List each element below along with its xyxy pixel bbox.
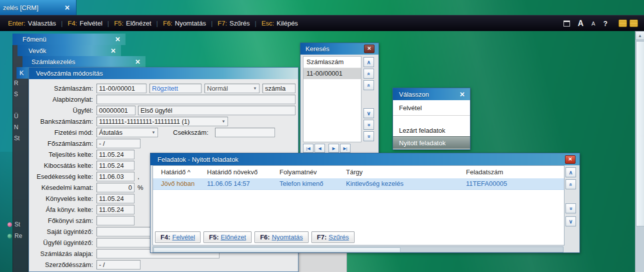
fokonyvi-szam-input[interactable] (96, 216, 134, 225)
last-page-button[interactable]: ▶| (340, 144, 350, 153)
first-page-button[interactable]: |◀ (303, 144, 314, 153)
separator: | (211, 20, 212, 27)
close-icon[interactable]: ✕ (364, 45, 374, 53)
toolbar-item-f4[interactable]: F4:Felvétel (68, 20, 102, 27)
close-icon[interactable]: ✕ (135, 58, 140, 66)
field-value: Rögzített (152, 85, 178, 92)
taskbar-tab[interactable]: zelés [CRM] ✕ (0, 0, 76, 15)
column-header[interactable]: Tárgy (346, 166, 362, 178)
ugyfel-name-input[interactable]: Első ügyfél (138, 106, 296, 115)
ugyfel-code-input[interactable]: 00000001 (96, 106, 136, 115)
column-header[interactable]: Határidő ^ (161, 166, 190, 178)
scrollbar-thumb[interactable] (154, 247, 400, 252)
page-up-button[interactable]: « (364, 69, 374, 79)
close-icon[interactable]: ✕ (565, 155, 576, 164)
window-title: Keresés (300, 45, 364, 53)
font-increase-icon[interactable]: A (578, 19, 584, 28)
fizetesi-mod-dropdown[interactable]: Átutalás▼ (96, 128, 158, 137)
table-row-selected[interactable]: Jövő hóban 11.06.05 14:57 Telefon kimenő… (153, 178, 564, 190)
screen-vertical-scrollbar[interactable]: ▲ (635, 31, 644, 272)
field-value: 00000001 (99, 107, 128, 114)
toolbar-item-f6[interactable]: F6:Nyomtatás (163, 20, 206, 27)
foszamlaszam-input[interactable]: - / (96, 139, 140, 148)
scroll-up-button[interactable]: ∧ (566, 167, 576, 177)
close-icon[interactable]: ✕ (460, 91, 465, 98)
konyveles-kelte-input[interactable]: 11.05.24 (96, 194, 134, 203)
field-label: Főkönyvi szám: (30, 217, 96, 224)
kibocsatas-kelte-input[interactable]: 11.05.24 (96, 161, 134, 170)
restore-window-icon[interactable] (564, 21, 570, 27)
scroll-down-button[interactable]: ∨ (364, 108, 374, 118)
fragment-label: Re (14, 232, 22, 239)
next-page-button[interactable]: ▶ (328, 144, 339, 153)
field-value: 11-00/00001 (99, 85, 135, 92)
form-row: Alapbizonylat: (30, 94, 298, 105)
field-value: számla (265, 85, 286, 92)
flower-icon (8, 222, 12, 227)
column-header[interactable]: Feladatszám (466, 166, 503, 178)
horizontal-scrollbar[interactable] (152, 246, 564, 252)
kesedelmi-kamat-input[interactable]: 0 (96, 183, 134, 192)
coin-stack-icon[interactable] (630, 20, 638, 27)
rogzitett-status-field[interactable]: Rögzített (150, 84, 202, 93)
menu-item-felvetel[interactable]: Felvétel (393, 100, 470, 116)
cell-feladatszam: 11TEFA00005 (466, 178, 507, 189)
window-titlebar[interactable]: Vevőszámla módosítás (29, 68, 298, 79)
jump-down-button[interactable]: « (364, 131, 374, 141)
szerzodesszam-input[interactable]: - / (96, 260, 140, 269)
field-suffix: , (138, 173, 140, 180)
window-titlebar-szamlakezeles[interactable]: Számlakezelés ✕ (22, 56, 146, 67)
field-value: 11111111-11111111-11111111 (1) (99, 118, 190, 125)
scrollbar-thumb[interactable] (636, 41, 644, 226)
scroll-up-button[interactable]: ▲ (636, 31, 644, 40)
close-icon[interactable]: ✕ (110, 47, 116, 55)
page-down-button[interactable]: « (566, 203, 576, 213)
field-value: 11.05.24 (99, 162, 124, 169)
coin-stack-icon[interactable] (618, 20, 627, 27)
toolbar-item-f7[interactable]: F7:Szűrés (218, 20, 250, 27)
window-titlebar[interactable]: Válasszon ✕ (393, 88, 470, 100)
window-titlebar[interactable]: Feladatok - Nyitott feladatok ✕ (150, 153, 580, 165)
coins-icons (618, 20, 638, 27)
column-header[interactable]: Folyamatnév (280, 166, 316, 178)
window-titlebar-vevok[interactable]: Vevők ✕ (18, 45, 121, 56)
column-header[interactable]: Számlaszám (304, 57, 361, 68)
window-titlebar-fomenu[interactable]: Főmenü ✕ (12, 34, 126, 45)
bankszamla-dropdown[interactable]: 11111111-11111111-11111111 (1)▼ (96, 117, 228, 126)
help-icon[interactable]: ? (603, 20, 608, 28)
font-decrease-icon[interactable]: A (592, 21, 595, 27)
bizonylat-tipus-dropdown[interactable]: Normál▼ (204, 84, 260, 93)
toolbar-item-enter[interactable]: Enter:Választás (8, 20, 56, 27)
column-header[interactable]: Határidő növekvő (207, 166, 258, 178)
f5-elonezet-button[interactable]: F5:Előnézet (204, 231, 252, 243)
alapbizonylat-input[interactable] (96, 95, 296, 104)
separator: | (156, 20, 158, 27)
page-up-button[interactable]: « (566, 179, 576, 189)
menu-item-nyitott-feladatok[interactable]: Nyitott feladatok (393, 136, 470, 149)
esedekesseg-kelte-input[interactable]: 11.06.03 (96, 172, 134, 181)
close-icon[interactable]: ✕ (115, 36, 120, 43)
jump-up-button[interactable]: « (364, 80, 374, 90)
window-titlebar[interactable]: Keresés ✕ (300, 43, 378, 55)
csekkszam-input[interactable] (215, 128, 275, 137)
toolbar-item-esc[interactable]: Esc:Kilépés (262, 20, 298, 27)
scroll-down-button[interactable]: ∨ (566, 216, 576, 226)
szamlaszam-input[interactable]: 11-00/00001 (96, 84, 146, 93)
toolbar-item-f5[interactable]: F5:Előnézet (114, 20, 151, 27)
f7-szures-button[interactable]: F7:Szűrés (312, 231, 354, 243)
field-label: Áfa könyv. kelte: (30, 206, 96, 213)
field-label: Számlaszám: (30, 85, 96, 92)
field-label: Teljesítés kelte: (30, 151, 96, 158)
close-icon[interactable]: ✕ (64, 4, 70, 12)
menu-item-lezart-feladatok[interactable]: Lezárt feladatok (393, 125, 470, 136)
list-item-selected[interactable]: 11-00/00001 (304, 68, 361, 79)
teljesites-kelte-input[interactable]: 11.05.24 (96, 150, 134, 159)
field-suffix: % (138, 184, 144, 191)
page-down-button[interactable]: « (364, 120, 374, 130)
f4-felvetel-button[interactable]: F4:Felvétel (155, 231, 200, 243)
f6-nyomtatas-button[interactable]: F6:Nyomtatás (254, 231, 308, 243)
prev-page-button[interactable]: ◀ (314, 144, 325, 153)
fragment-label: Ü (14, 113, 18, 120)
scroll-up-button[interactable]: ∧ (364, 57, 374, 67)
afa-konyv-kelte-input[interactable]: 11.05.24 (96, 205, 134, 214)
